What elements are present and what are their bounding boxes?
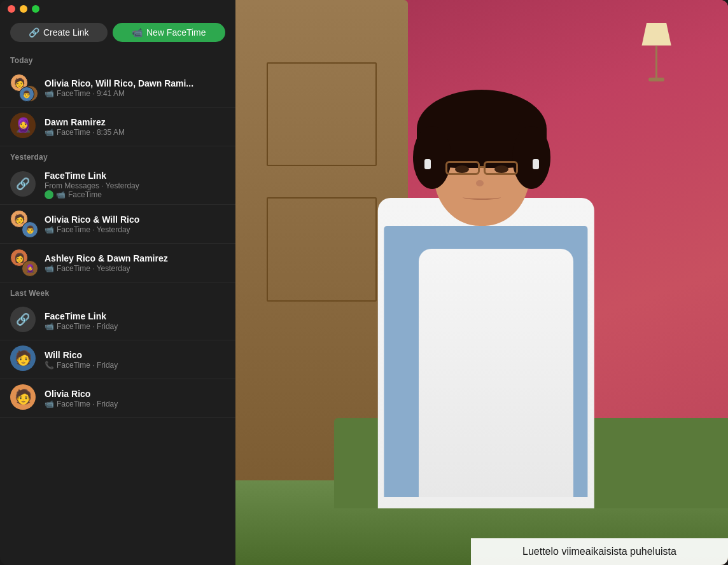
- video-camera-icon: 📹: [132, 27, 143, 38]
- call-info: Olivia Rico 📹 FaceTime · Friday: [45, 389, 225, 408]
- hair-right: [512, 126, 550, 189]
- avatar-container: 🧕: [10, 113, 38, 141]
- video-icon: 📹: [45, 225, 54, 234]
- lamp: [634, 23, 679, 81]
- main-content: Luettelo viimeaikaisista puheluista: [235, 0, 728, 565]
- call-item[interactable]: 🔗 FaceTime Link From Messages · Yesterda…: [0, 165, 235, 205]
- avatar-link: 🔗: [10, 171, 36, 197]
- call-name: Will Rico: [45, 350, 225, 360]
- avatar-container: 🧑 🧕 👨: [10, 74, 38, 102]
- link-icon: 🔗: [16, 177, 30, 191]
- facetime-scene: [235, 0, 728, 565]
- link-icon: 🔗: [29, 27, 39, 38]
- avatar-3: 👨: [19, 87, 34, 102]
- create-link-button[interactable]: 🔗 Create Link: [10, 23, 108, 42]
- call-detail: 📹 FaceTime · 9:41 AM: [45, 89, 225, 98]
- door-panel-bottom: [267, 197, 377, 301]
- video-icon: 📹: [45, 264, 54, 273]
- call-name: Dawn Ramirez: [45, 117, 225, 127]
- airpod-right: [533, 159, 539, 169]
- avatar: 🧑: [10, 384, 36, 410]
- main-layout: 🔗 Create Link 📹 New FaceTime Today: [0, 0, 728, 565]
- avatar-link: 🔗: [10, 307, 36, 332]
- avatar-2: 🧕: [22, 260, 38, 277]
- call-name: Olivia Rico: [45, 389, 225, 399]
- nose: [476, 180, 484, 186]
- call-name: Olivia Rico, Will Rico, Dawn Rami...: [45, 78, 225, 88]
- avatar-container: 👩 🧕: [10, 249, 38, 277]
- avatar: 🧕: [10, 113, 36, 138]
- call-name: FaceTime Link: [45, 171, 225, 181]
- call-detail: From Messages · Yesterday: [45, 181, 225, 190]
- avatar-2: 👨: [22, 221, 38, 238]
- person-head: [434, 121, 529, 226]
- call-item[interactable]: 🔗 FaceTime Link 📹 FaceTime · Friday: [0, 302, 235, 340]
- door-panel-top: [267, 62, 377, 166]
- avatar-container: 🔗: [10, 171, 38, 199]
- jacket-right: [459, 249, 573, 498]
- avatar-multi: 🧑 🧕 👨: [10, 74, 38, 102]
- video-icon: 📹: [56, 190, 66, 199]
- video-icon: 📹: [45, 128, 54, 137]
- messages-badge: [45, 190, 53, 199]
- avatar-multi: 👩 🧕: [10, 249, 38, 277]
- call-info: Olivia Rico & Will Rico 📹 FaceTime · Yes…: [45, 214, 225, 234]
- call-detail: 📹 FaceTime · 8:35 AM: [45, 128, 225, 137]
- call-item[interactable]: 🧑 Olivia Rico 📹 FaceTime · Friday: [0, 379, 235, 418]
- section-today: Today: [0, 50, 235, 69]
- avatar-multi: 🧑 👨: [10, 210, 38, 238]
- avatar: 🧑: [10, 345, 36, 371]
- call-info: FaceTime Link From Messages · Yesterday …: [45, 171, 225, 199]
- call-item[interactable]: 🧑 🧕 👨 Olivia Rico, Will Rico, Dawn Rami.…: [0, 69, 235, 108]
- traffic-lights: [8, 5, 39, 13]
- lamp-shade: [639, 23, 674, 46]
- calls-list: Today 🧑 🧕 👨 Olivia Rico, Will Rico, Dawn…: [0, 50, 235, 565]
- avatar-container: 🧑: [10, 384, 38, 412]
- section-lastweek: Last Week: [0, 282, 235, 302]
- minimize-button[interactable]: [20, 5, 27, 13]
- call-name: FaceTime Link: [45, 311, 225, 321]
- call-info: FaceTime Link 📹 FaceTime · Friday: [45, 311, 225, 331]
- avatar-container: 🔗: [10, 307, 38, 335]
- call-detail: 📞 FaceTime · Friday: [45, 361, 225, 370]
- call-info: Ashley Rico & Dawn Ramirez 📹 FaceTime · …: [45, 253, 225, 273]
- call-name: Olivia Rico & Will Rico: [45, 214, 225, 225]
- create-link-label: Create Link: [43, 27, 89, 38]
- caption-text: Luettelo viimeaikaisista puheluista: [522, 546, 676, 557]
- mouth: [463, 195, 501, 200]
- new-facetime-button[interactable]: 📹 New FaceTime: [113, 23, 225, 42]
- call-item[interactable]: 🧑 👨 Olivia Rico & Will Rico 📹 FaceTime ·…: [0, 205, 235, 244]
- call-detail-row2: 📹 FaceTime: [45, 190, 225, 199]
- sidebar: 🔗 Create Link 📹 New FaceTime Today: [0, 0, 235, 565]
- video-icon: 📹: [45, 322, 54, 331]
- lamp-base: [648, 78, 664, 81]
- glasses-right: [484, 161, 518, 175]
- glasses-bridge: [479, 166, 485, 168]
- call-name: Ashley Rico & Dawn Ramirez: [45, 253, 225, 263]
- call-detail: 📹 FaceTime · Friday: [45, 400, 225, 408]
- action-buttons: 🔗 Create Link 📹 New FaceTime: [10, 23, 225, 42]
- section-yesterday: Yesterday: [0, 146, 235, 165]
- airpod-left: [424, 159, 431, 169]
- call-info: Dawn Ramirez 📹 FaceTime · 8:35 AM: [45, 117, 225, 137]
- glasses-left: [445, 161, 480, 175]
- video-icon: 📹: [45, 89, 54, 98]
- app-window: 🔗 Create Link 📹 New FaceTime Today: [0, 0, 728, 565]
- close-button[interactable]: [8, 5, 15, 13]
- hair-left: [413, 126, 451, 189]
- call-info: Olivia Rico, Will Rico, Dawn Rami... 📹 F…: [45, 78, 225, 98]
- maximize-button[interactable]: [32, 5, 39, 13]
- video-icon: 📹: [45, 400, 54, 408]
- call-item[interactable]: 👩 🧕 Ashley Rico & Dawn Ramirez 📹 FaceTim…: [0, 244, 235, 282]
- phone-icon: 📞: [45, 361, 54, 370]
- call-detail: 📹 FaceTime · Yesterday: [45, 225, 225, 234]
- call-info: Will Rico 📞 FaceTime · Friday: [45, 350, 225, 370]
- lamp-pole: [655, 46, 657, 78]
- call-item[interactable]: 🧑 Will Rico 📞 FaceTime · Friday: [0, 340, 235, 379]
- title-bar: [0, 0, 235, 18]
- call-detail: 📹 FaceTime · Yesterday: [45, 264, 225, 273]
- call-item[interactable]: 🧕 Dawn Ramirez 📹 FaceTime · 8:35 AM: [0, 108, 235, 146]
- avatar-container: 🧑: [10, 345, 38, 373]
- avatar-container: 🧑 👨: [10, 210, 38, 238]
- new-facetime-label: New FaceTime: [146, 27, 206, 38]
